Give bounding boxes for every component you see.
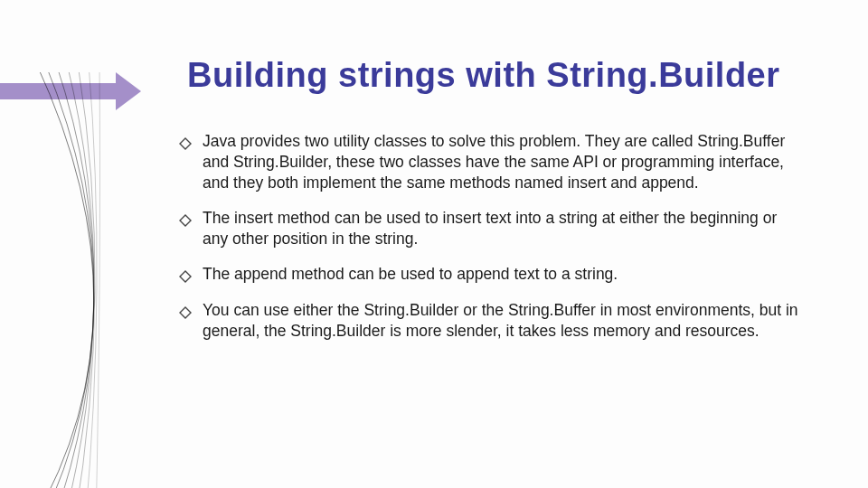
- bullet-text: The insert method can be used to insert …: [203, 208, 803, 249]
- bullet-text: The append method can be used to append …: [203, 264, 803, 285]
- diamond-bullet-icon: [179, 211, 192, 224]
- diamond-bullet-icon: [179, 135, 192, 147]
- list-item: The insert method can be used to insert …: [179, 208, 803, 249]
- slide-title: Building strings with String.Builder: [187, 56, 780, 95]
- diamond-bullet-icon: [179, 267, 192, 280]
- content-area: Java provides two utility classes to sol…: [179, 131, 803, 356]
- bullet-text: You can use either the String.Builder or…: [203, 300, 803, 342]
- diamond-bullet-icon: [179, 304, 192, 316]
- list-item: You can use either the String.Builder or…: [179, 300, 803, 342]
- bullet-text: Java provides two utility classes to sol…: [203, 131, 803, 193]
- list-item: The append method can be used to append …: [179, 264, 803, 285]
- list-item: Java provides two utility classes to sol…: [179, 131, 803, 193]
